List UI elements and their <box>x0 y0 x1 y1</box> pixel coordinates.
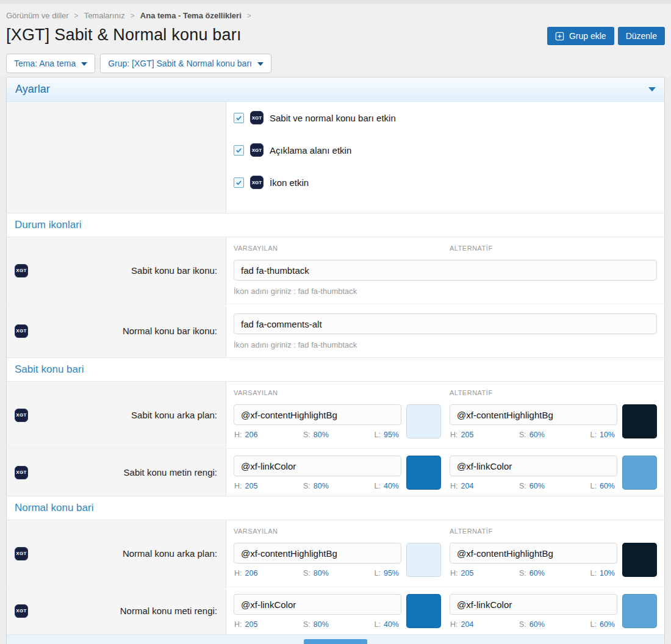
save-button[interactable]: Kaydet <box>304 639 367 644</box>
hsl-s-label: S: <box>303 620 310 629</box>
ayarlar-section-header[interactable]: Ayarlar <box>7 77 664 102</box>
hsl-l-value: 60% <box>600 482 615 490</box>
hsl-h-label: H: <box>234 620 242 629</box>
column-header-default: VARSAYILAN <box>234 389 441 396</box>
hsl-l-value: 40% <box>384 482 399 490</box>
field-label-cell: XGT Sabit konu bar ikonu: <box>7 237 226 304</box>
hsl-l-value: 40% <box>384 620 399 629</box>
normal-text-alt-input[interactable] <box>450 594 617 615</box>
xgt-addon-icon: XGT <box>250 176 264 189</box>
normal-text-default-input[interactable] <box>234 594 401 615</box>
breadcrumb-item-current[interactable]: Ana tema - Tema özellikleri <box>140 11 242 20</box>
theme-select[interactable]: Tema: Ana tema <box>6 54 95 73</box>
page-header: Görünüm ve diller > Temalarınız > Ana te… <box>0 0 671 77</box>
checkbox-checked-icon[interactable] <box>234 113 244 123</box>
sticky-bg-default-input[interactable] <box>234 404 401 425</box>
field-label-cell: XGT Normal konu meti rengi: <box>7 587 226 634</box>
hsl-l-label: L: <box>375 482 381 490</box>
color-swatch[interactable] <box>406 456 441 490</box>
xgt-addon-icon: XGT <box>15 604 28 618</box>
panel-footer: Kaydet <box>7 634 664 644</box>
hsl-s-value: 60% <box>529 620 545 629</box>
admin-page: Görünüm ve diller > Temalarınız > Ana te… <box>0 0 671 644</box>
xgt-addon-icon: XGT <box>15 466 28 479</box>
checkbox-sticky-normal-bar-enabled[interactable]: XGT Sabit ve normal konu barı etkin <box>234 111 657 124</box>
hsl-s-label: S: <box>303 569 310 578</box>
color-row-sticky-bg: XGT Sabit konu arka plan: VARSAYILAN H:2… <box>7 382 664 448</box>
hsl-l-label: L: <box>590 482 597 490</box>
hsl-h-value: 205 <box>461 569 474 578</box>
xgt-addon-icon: XGT <box>15 264 28 277</box>
field-label-cell: XGT Normal konu bar ikonu: <box>7 304 226 357</box>
checkbox-checked-icon[interactable] <box>234 177 244 188</box>
checkbox-description-area-enabled[interactable]: XGT Açıklama alanı etkin <box>234 143 657 157</box>
color-row-sticky-text: XGT Sabit konu metin rengi: H:205 S:80% … <box>7 448 664 496</box>
color-swatch[interactable] <box>622 456 657 490</box>
hsl-s-value: 80% <box>314 431 329 439</box>
hsl-h-label: H: <box>450 482 458 490</box>
hsl-h-value: 205 <box>245 620 258 629</box>
xgt-addon-icon: XGT <box>15 547 28 560</box>
color-swatch[interactable] <box>622 404 657 438</box>
sticky-text-default-input[interactable] <box>234 456 401 476</box>
hsl-h-value: 204 <box>461 620 474 629</box>
edit-button[interactable]: Düzenle <box>618 27 665 45</box>
column-header-default: VARSAYILAN <box>234 528 441 535</box>
checkbox-label: Sabit ve normal konu barı etkin <box>270 113 396 123</box>
color-swatch[interactable] <box>622 543 657 577</box>
breadcrumb-item[interactable]: Görünüm ve diller <box>6 11 69 20</box>
color-swatch[interactable] <box>406 594 441 628</box>
group-select[interactable]: Grup: [XGT] Sabit & Normal konu barı <box>100 54 271 73</box>
page-title: [XGT] Sabit & Normal konu barı <box>6 26 242 45</box>
normal-icon-input[interactable] <box>234 313 657 334</box>
field-label-cell: XGT Normal konu arka plan: <box>7 520 226 587</box>
checkbox-icon-enabled[interactable]: XGT İkon etkin <box>234 176 657 189</box>
color-swatch[interactable] <box>406 404 441 438</box>
checkbox-block: XGT Sabit ve normal konu barı etkin XGT … <box>226 102 664 213</box>
breadcrumb-item[interactable]: Temalarınız <box>84 11 125 20</box>
hsl-h-value: 206 <box>245 431 258 439</box>
hsl-s-value: 60% <box>529 482 545 490</box>
color-swatch[interactable] <box>406 543 441 577</box>
hsl-s-label: S: <box>519 620 526 629</box>
collapse-chevron-icon[interactable] <box>648 87 656 91</box>
add-group-button[interactable]: Grup ekle <box>547 27 614 45</box>
hsl-s-value: 80% <box>314 482 329 490</box>
hsl-h-label: H: <box>234 482 242 490</box>
breadcrumb: Görünüm ve diller > Temalarınız > Ana te… <box>6 11 665 20</box>
normal-bg-alt-input[interactable] <box>450 543 617 564</box>
field-label: Normal konu bar ikonu: <box>123 326 217 336</box>
field-label: Normal konu meti rengi: <box>120 606 217 616</box>
sticky-bg-alt-input[interactable] <box>450 404 617 425</box>
theme-select-label: Tema: Ana tema <box>14 59 76 68</box>
section-header-normal-bar: Normal konu bari <box>7 496 664 520</box>
hsl-l-value: 95% <box>384 569 399 578</box>
hsl-l-label: L: <box>590 431 597 439</box>
toolbar: Grup ekle Düzenle <box>547 27 665 45</box>
xgt-addon-icon: XGT <box>15 409 28 422</box>
section-header-status-icons: Durum ikonlari <box>7 213 664 237</box>
empty-label-cell <box>7 102 226 213</box>
add-group-label: Grup ekle <box>569 31 606 41</box>
hsl-l-label: L: <box>590 620 597 629</box>
sticky-text-alt-input[interactable] <box>450 456 617 476</box>
hsl-l-value: 10% <box>600 569 615 578</box>
breadcrumb-separator: > <box>131 12 135 20</box>
color-swatch[interactable] <box>622 594 657 628</box>
checkbox-label: İkon etkin <box>270 177 309 188</box>
hsl-l-label: L: <box>590 569 597 578</box>
hsl-l-value: 60% <box>600 620 615 629</box>
hsl-s-label: S: <box>519 482 526 490</box>
hsl-s-label: S: <box>303 482 310 490</box>
hsl-h-label: H: <box>450 569 458 578</box>
hsl-l-value: 10% <box>600 431 615 439</box>
column-header-alternative: ALTERNATİF <box>450 389 657 396</box>
sticky-icon-input[interactable] <box>234 260 657 281</box>
color-row-normal-text: XGT Normal konu meti rengi: H:205 S:80% … <box>7 587 664 634</box>
hsl-l-label: L: <box>375 569 381 578</box>
hsl-s-label: S: <box>519 569 526 578</box>
checkbox-checked-icon[interactable] <box>234 145 244 156</box>
breadcrumb-separator: > <box>74 12 79 20</box>
field-label: Normal konu arka plan: <box>123 548 217 559</box>
normal-bg-default-input[interactable] <box>234 543 401 564</box>
